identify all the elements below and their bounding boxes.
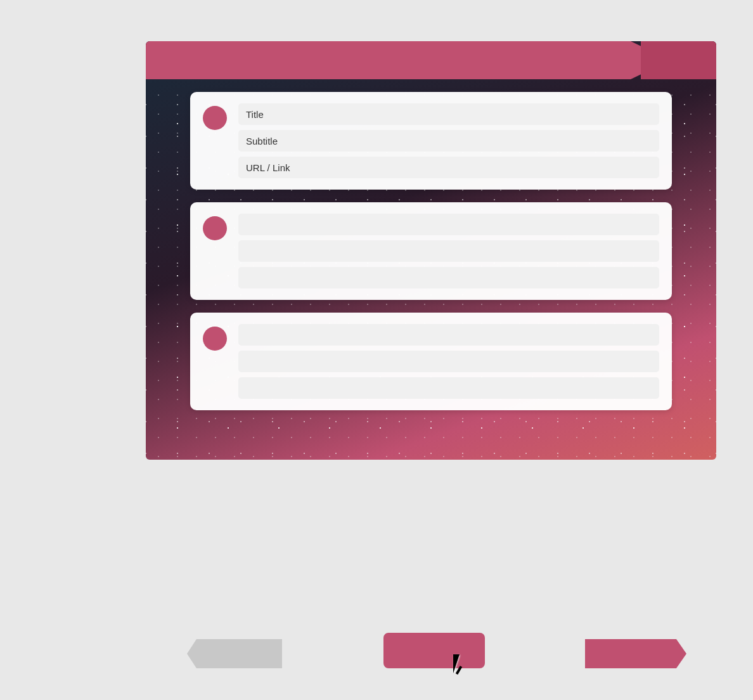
card-2-avatar (203, 216, 227, 240)
card-3-avatar (203, 327, 227, 351)
card-1-avatar (203, 106, 227, 130)
card-1-subtitle-field[interactable]: Subtitle (238, 130, 659, 152)
next-button[interactable] (585, 639, 686, 668)
card-1-url-field[interactable]: URL / Link (238, 157, 659, 178)
card-1: Title Subtitle URL / Link (190, 92, 672, 190)
card-3-title-field[interactable]: ​ (238, 324, 659, 346)
card-3-fields: ​ ​ ​ (238, 324, 659, 399)
slide-right-arrow (641, 41, 716, 79)
card-2-title-field[interactable]: ​ (238, 214, 659, 235)
card-1-fields: Title Subtitle URL / Link (238, 103, 659, 178)
add-button[interactable] (383, 633, 485, 668)
card-3: ​ ​ ​ (190, 313, 672, 410)
card-2: ​ ​ ​ (190, 202, 672, 300)
cards-area: Title Subtitle URL / Link ​ ​ ​ ​ ​ ​ (190, 92, 672, 410)
slide-canvas: Title Subtitle URL / Link ​ ​ ​ ​ ​ ​ (146, 41, 716, 460)
card-3-url-field[interactable]: ​ (238, 377, 659, 399)
card-2-fields: ​ ​ ​ (238, 214, 659, 288)
back-button[interactable] (187, 639, 282, 668)
card-2-url-field[interactable]: ​ (238, 267, 659, 288)
card-2-subtitle-field[interactable]: ​ (238, 240, 659, 262)
card-3-subtitle-field[interactable]: ​ (238, 351, 659, 372)
slide-top-banner (146, 41, 716, 79)
card-1-title-field[interactable]: Title (238, 103, 659, 125)
